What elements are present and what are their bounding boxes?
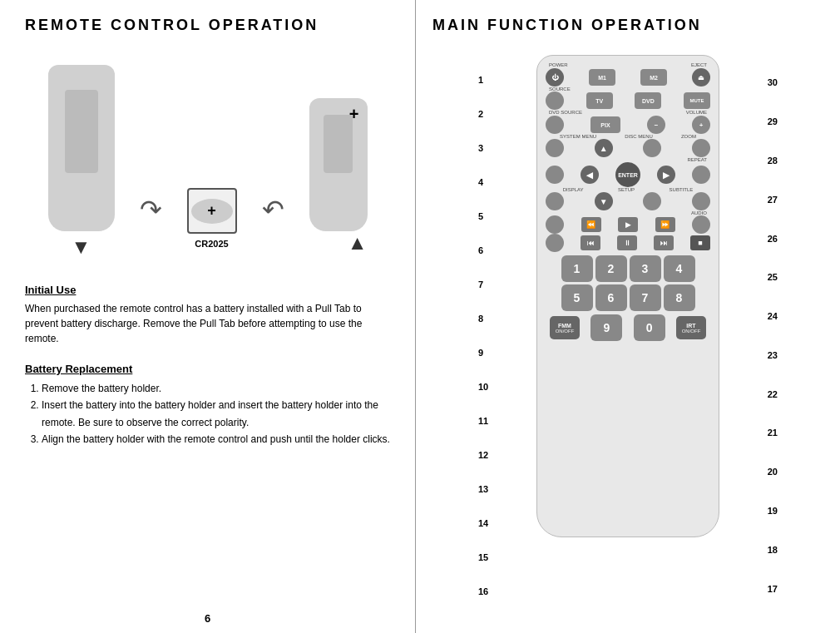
num-0-button[interactable]: 0	[634, 314, 665, 341]
row-10: ⏪ ▶ ⏩	[546, 215, 710, 234]
row-34: PIX − +	[546, 116, 710, 134]
battery-holder: +	[187, 188, 237, 234]
bottom-row: FMM ON/OFF 9 0 IRT ON/OFF	[546, 314, 710, 341]
plus-icon: +	[349, 105, 359, 124]
stop-button[interactable]: ■	[690, 235, 710, 250]
disc-menu-button[interactable]	[643, 139, 661, 157]
audio-button[interactable]	[692, 215, 710, 234]
nav-up-button[interactable]: ▲	[595, 139, 613, 157]
num-9-button[interactable]: 9	[590, 314, 622, 341]
subtitle-button[interactable]	[692, 192, 710, 210]
row-2: TV DVD MUTE	[546, 91, 710, 110]
curved-arrow-icon: ↷	[140, 194, 162, 225]
extra-btn-11[interactable]	[546, 234, 564, 252]
power-button[interactable]: ⏻	[546, 68, 564, 87]
left-section: REMOTE CONTROL OPERATION ▼ ↷ + CR2025	[0, 0, 416, 633]
prev-track-button[interactable]: ⏮	[581, 235, 600, 250]
zoom-button[interactable]	[692, 139, 710, 157]
remote-body-left	[48, 65, 115, 231]
battery-replacement-heading: Battery Replacement	[25, 363, 390, 375]
eject-label: EJECT	[691, 62, 707, 67]
num-2-button[interactable]: 2	[595, 255, 627, 282]
page-container: REMOTE CONTROL OPERATION ▼ ↷ + CR2025	[0, 0, 840, 633]
left-title: REMOTE CONTROL OPERATION	[25, 17, 390, 34]
fmm-button[interactable]: FMM ON/OFF	[550, 316, 580, 339]
repeat-button[interactable]	[692, 166, 710, 184]
source-button[interactable]	[546, 91, 564, 110]
extra-btn-10[interactable]	[546, 215, 564, 234]
nav-down-button[interactable]: ▼	[595, 192, 613, 210]
num-4-button[interactable]: 4	[664, 255, 695, 282]
number-pad: 1 2 3 4 5 6 7 8	[561, 255, 695, 311]
right-title: MAIN FUNCTION OPERATION	[432, 17, 823, 34]
play-button[interactable]: ▶	[618, 217, 638, 232]
page-number: 6	[205, 612, 210, 625]
battery-slot	[65, 90, 98, 173]
pix-button[interactable]: PIX	[590, 116, 620, 133]
rewind-button[interactable]: ⏪	[581, 217, 601, 232]
pause-button[interactable]: ⏸	[617, 235, 637, 250]
left-numbers: 1 2 3 4 5 6 7 8 9 10 11 12 13 14 15 16	[478, 63, 488, 608]
num-8-button[interactable]: 8	[664, 284, 695, 311]
step-2: Insert the battery into the battery hold…	[42, 397, 390, 431]
mute-button[interactable]: MUTE	[684, 92, 710, 109]
arrow-up-icon: ▲	[348, 231, 368, 255]
volume-label: VOLUME	[686, 110, 707, 115]
power-label: POWER	[549, 62, 568, 67]
step-1: Remove the battery holder.	[42, 380, 390, 397]
initial-use-text: When purchased the remote control has a …	[25, 301, 390, 346]
row-9: ▼	[546, 192, 710, 210]
battery-circle: +	[191, 199, 233, 224]
nav-left-button[interactable]: ◀	[581, 166, 599, 184]
num-6-button[interactable]: 6	[595, 284, 627, 311]
system-menu-button[interactable]	[546, 139, 564, 157]
enter-button[interactable]: ENTER	[615, 162, 640, 187]
num-3-button[interactable]: 3	[630, 255, 661, 282]
right-numbers: 30 29 28 27 26 25 24 23 22 21 20 19 18 1…	[768, 63, 778, 608]
top-label-row: POWER EJECT	[546, 62, 710, 67]
dvd-source-button[interactable]	[546, 116, 564, 134]
battery-slot-right	[324, 115, 353, 173]
irt-button[interactable]: IRT ON/OFF	[676, 316, 706, 339]
setup-button[interactable]	[643, 192, 661, 210]
tv-button[interactable]: TV	[586, 92, 613, 109]
eject-button[interactable]: ⏏	[692, 68, 710, 87]
row-56: ▲	[546, 139, 710, 157]
m2-button[interactable]: M2	[640, 69, 667, 86]
dvd-source-label: DVD SOURCE	[549, 110, 582, 115]
num-5-button[interactable]: 5	[561, 284, 593, 311]
m1-button[interactable]: M1	[589, 69, 615, 86]
nav-right-button[interactable]: ▶	[657, 166, 675, 184]
step-3: Align the battery holder with the remote…	[42, 431, 390, 448]
display-button[interactable]	[546, 192, 564, 210]
next-track-button[interactable]: ⏭	[654, 235, 674, 250]
arrow-down-icon: ▼	[72, 235, 91, 259]
battery-replacement-section: Battery Replacement Remove the battery h…	[25, 363, 390, 448]
right-section: MAIN FUNCTION OPERATION 1 2 3 4 5 6 7 8 …	[416, 0, 840, 633]
dvd-button[interactable]: DVD	[635, 92, 661, 109]
battery-replacement-steps: Remove the battery holder. Insert the ba…	[42, 380, 390, 448]
row-78: ◀ ENTER ▶	[546, 162, 710, 187]
row-1112: ⏮ ⏸ ⏭ ■	[546, 234, 710, 252]
cr-label: CR2025	[195, 239, 228, 249]
num-7-button[interactable]: 7	[630, 284, 661, 311]
row-1: ⏻ M1 M2 ⏏	[546, 68, 710, 87]
num-1-button[interactable]: 1	[561, 255, 593, 282]
fast-forward-button[interactable]: ⏩	[655, 217, 675, 232]
extra-btn-7[interactable]	[546, 166, 564, 184]
vol-plus-button[interactable]: +	[692, 116, 710, 134]
initial-use-section: Initial Use When purchased the remote co…	[25, 284, 390, 354]
initial-use-heading: Initial Use	[25, 284, 390, 296]
remote-illustrations: ▼ ↷ + CR2025 ↶ +	[25, 51, 390, 259]
vol-minus-button[interactable]: −	[647, 116, 665, 134]
curved-arrow2-icon: ↶	[262, 194, 284, 225]
remote-diagram: POWER EJECT ⏻ M1 M2 ⏏ SOURCE TV	[536, 55, 719, 537]
remote-body-right: +	[309, 98, 368, 231]
